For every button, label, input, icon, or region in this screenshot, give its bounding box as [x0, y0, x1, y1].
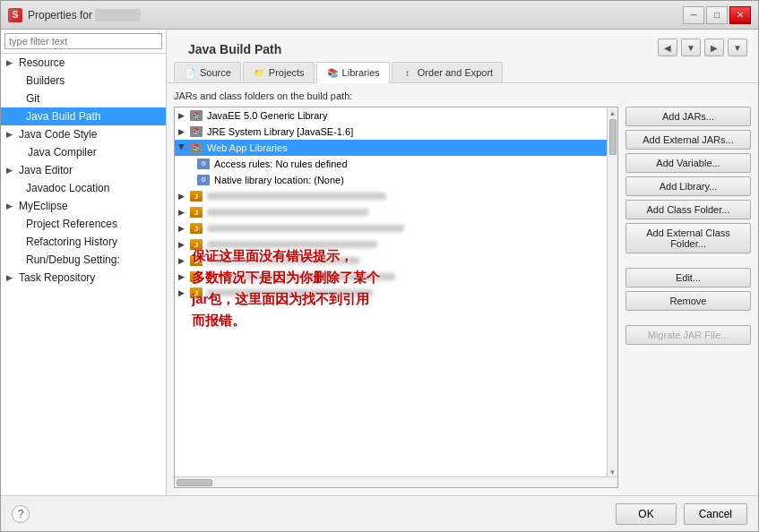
sub-icon: ⚙: [196, 174, 211, 186]
library-item-blurred-7[interactable]: ▶ J: [175, 285, 607, 301]
title-bar-left: S Properties for ■■■■■■■: [8, 8, 141, 22]
library-item-blurred-4[interactable]: ▶ J: [175, 236, 607, 253]
sidebar-item-label: Java Compiler: [28, 146, 97, 159]
sidebar-item-project-references[interactable]: Project References: [1, 215, 166, 233]
source-tab-icon: 📄: [184, 66, 196, 79]
add-external-jars-button[interactable]: Add External JARs...: [625, 130, 751, 150]
expand-arrow: ▶: [178, 111, 185, 120]
scroll-thumb[interactable]: [609, 119, 617, 155]
sidebar-item-git[interactable]: Git: [1, 90, 166, 107]
library-item-blurred-6[interactable]: ▶ J: [175, 269, 607, 285]
main-content: JARs and class folders on the build path…: [167, 83, 758, 495]
add-class-folder-button[interactable]: Add Class Folder...: [625, 200, 751, 219]
tab-order-export[interactable]: ↕ Order and Export: [392, 62, 503, 82]
scrollbar-horizontal[interactable]: [175, 476, 617, 487]
main-window: S Properties for ■■■■■■■ ─ □ ✕ ▶ Resourc…: [0, 0, 759, 532]
library-item-javaee[interactable]: ▶ 📚 JavaEE 5.0 Generic Library: [175, 107, 607, 124]
sidebar-item-label: Java Code Style: [19, 128, 97, 141]
add-jars-button[interactable]: Add JARs...: [625, 107, 751, 126]
tab-label: Order and Export: [418, 67, 493, 78]
sidebar-item-label: Git: [26, 92, 39, 105]
library-item-webapp[interactable]: ▶ 📚 Web App Libraries: [175, 140, 607, 156]
dropdown-button[interactable]: ▼: [681, 39, 701, 56]
ok-button[interactable]: OK: [616, 503, 676, 525]
sidebar-item-builders[interactable]: Builders: [1, 72, 166, 90]
sidebar-item-label: Task Repository: [19, 271, 95, 284]
sub-icon: ⚙: [196, 158, 211, 170]
lib-icon: 📚: [189, 125, 203, 138]
sidebar-filter: [1, 30, 166, 54]
sidebar-item-java-compiler[interactable]: Java Compiler: [1, 143, 166, 161]
tab-label: Source: [200, 67, 231, 78]
tab-label: Projects: [269, 67, 305, 78]
library-sub-label: Native library location: (None): [214, 175, 344, 185]
blurred-text: [207, 209, 368, 216]
sidebar-item-javadoc-location[interactable]: Javadoc Location: [1, 179, 166, 197]
more-button[interactable]: ▼: [728, 39, 747, 56]
maximize-button[interactable]: □: [706, 6, 728, 24]
sidebar-item-label: Java Build Path: [26, 110, 100, 123]
project-name-blurred: ■■■■■■■: [95, 9, 141, 21]
arrow-icon: ▶: [6, 58, 15, 67]
cancel-button[interactable]: Cancel: [684, 503, 747, 525]
order-tab-icon: ↕: [401, 66, 414, 79]
sidebar-item-label: Run/Debug Setting:: [26, 253, 120, 266]
expand-arrow: ▶: [178, 127, 185, 136]
forward-button[interactable]: ▶: [704, 39, 724, 56]
minimize-button[interactable]: ─: [683, 6, 704, 24]
add-external-class-folder-button[interactable]: Add External Class Folder...: [625, 223, 751, 253]
tabs-bar: 📄 Source 📁 Projects 📚 Libraries ↕ Order …: [167, 62, 758, 83]
migrate-jar-button[interactable]: Migrate JAR File...: [625, 325, 751, 345]
library-item-blurred-2[interactable]: ▶ J: [175, 204, 607, 220]
add-variable-button[interactable]: Add Variable...: [625, 153, 751, 173]
sidebar-item-label: Refactoring History: [26, 236, 117, 248]
remove-button[interactable]: Remove: [625, 291, 751, 311]
scrollbar-vertical[interactable]: ▲ ▼: [607, 107, 617, 476]
content-area: ▶ Resource Builders Git Java Build Path …: [1, 30, 758, 495]
add-library-button[interactable]: Add Library...: [625, 176, 751, 196]
library-item-blurred-5[interactable]: ▶ J: [175, 253, 607, 269]
help-button[interactable]: ?: [12, 505, 30, 523]
sidebar-item-run-debug[interactable]: Run/Debug Setting:: [1, 251, 166, 269]
blurred-text: [207, 289, 373, 296]
library-list: ▶ 📚 JavaEE 5.0 Generic Library ▶ 📚 JRE S…: [174, 107, 618, 488]
sidebar-item-label: Javadoc Location: [26, 182, 109, 194]
bottom-bar: ? OK Cancel: [1, 495, 758, 531]
close-button[interactable]: ✕: [729, 6, 751, 24]
sidebar-item-resource[interactable]: ▶ Resource: [1, 54, 166, 72]
library-sub-access-rules[interactable]: ⚙ Access rules: No rules defined: [175, 156, 607, 172]
sidebar-item-label: Builders: [26, 74, 65, 87]
sidebar: ▶ Resource Builders Git Java Build Path …: [1, 30, 167, 495]
sidebar-item-myeclipse[interactable]: ▶ MyEclipse: [1, 197, 166, 215]
sidebar-item-java-code-style[interactable]: ▶ Java Code Style: [1, 125, 166, 143]
sidebar-item-refactoring-history[interactable]: Refactoring History: [1, 233, 166, 251]
tab-projects[interactable]: 📁 Projects: [243, 62, 315, 82]
tab-libraries[interactable]: 📚 Libraries: [316, 62, 390, 83]
back-button[interactable]: ◀: [658, 39, 677, 56]
lib-icon: 📚: [189, 142, 203, 154]
filter-input[interactable]: [4, 33, 162, 49]
library-item-jre[interactable]: ▶ 📚 JRE System Library [JavaSE-1.6]: [175, 124, 607, 140]
sidebar-item-label: MyEclipse: [19, 200, 68, 212]
blurred-text: [207, 225, 404, 232]
blurred-text: [207, 257, 359, 264]
sidebar-item-label: Project References: [26, 218, 117, 230]
sidebar-item-task-repository[interactable]: ▶ Task Repository: [1, 269, 166, 287]
bottom-buttons: OK Cancel: [616, 503, 747, 525]
library-label: Web App Libraries: [207, 142, 288, 153]
sidebar-item-java-editor[interactable]: ▶ Java Editor: [1, 161, 166, 179]
library-label: JavaEE 5.0 Generic Library: [207, 110, 328, 121]
arrow-icon: ▶: [6, 273, 15, 282]
buttons-panel: Add JARs... Add External JARs... Add Var…: [625, 107, 751, 488]
library-sub-native[interactable]: ⚙ Native library location: (None): [175, 172, 607, 188]
tab-source[interactable]: 📄 Source: [174, 62, 241, 82]
sidebar-item-java-build-path[interactable]: Java Build Path: [1, 107, 166, 125]
library-item-blurred-1[interactable]: ▶ J: [175, 188, 607, 204]
edit-button[interactable]: Edit...: [625, 268, 751, 287]
library-item-blurred-3[interactable]: ▶ J: [175, 220, 607, 236]
blurred-text: [207, 193, 386, 200]
h-scroll-thumb[interactable]: [177, 479, 212, 486]
app-icon: S: [8, 8, 22, 22]
arrow-icon: ▶: [6, 130, 15, 139]
title-bar: S Properties for ■■■■■■■ ─ □ ✕: [1, 1, 758, 30]
